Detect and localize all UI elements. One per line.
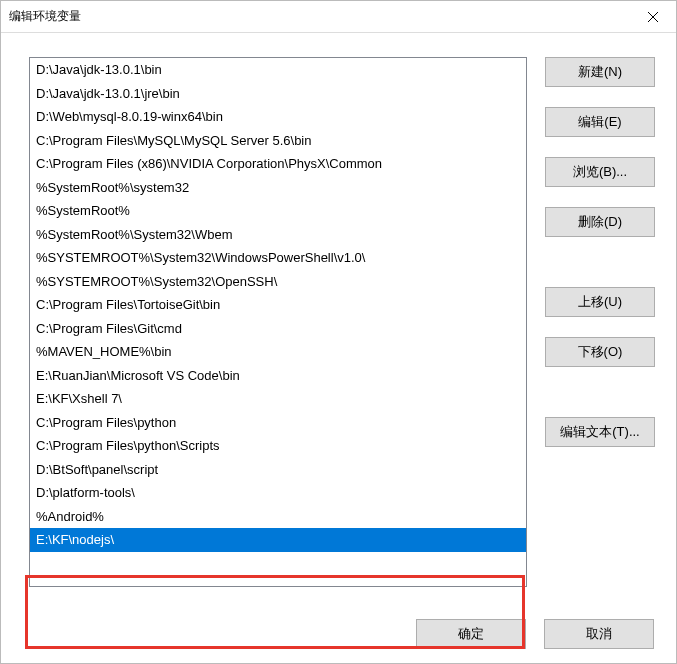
list-item[interactable]: C:\Program Files\MySQL\MySQL Server 5.6\… (30, 129, 526, 153)
move-up-button[interactable]: 上移(U) (545, 287, 655, 317)
edit-text-button[interactable]: 编辑文本(T)... (545, 417, 655, 447)
list-item[interactable]: %MAVEN_HOME%\bin (30, 340, 526, 364)
ok-button[interactable]: 确定 (416, 619, 526, 649)
list-item[interactable]: %SYSTEMROOT%\System32\OpenSSH\ (30, 270, 526, 294)
new-button[interactable]: 新建(N) (545, 57, 655, 87)
cancel-button[interactable]: 取消 (544, 619, 654, 649)
path-listbox[interactable]: D:\Java\jdk-13.0.1\binD:\Java\jdk-13.0.1… (29, 57, 527, 587)
titlebar: 编辑环境变量 (1, 1, 676, 33)
env-variable-dialog: 编辑环境变量 D:\Java\jdk-13.0.1\binD:\Java\jdk… (0, 0, 677, 664)
move-down-button[interactable]: 下移(O) (545, 337, 655, 367)
browse-button[interactable]: 浏览(B)... (545, 157, 655, 187)
footer: 确定 取消 (1, 605, 676, 663)
list-item[interactable]: %SystemRoot%\System32\Wbem (30, 223, 526, 247)
list-item[interactable]: D:\BtSoft\panel\script (30, 458, 526, 482)
list-item[interactable]: %Android% (30, 505, 526, 529)
list-item[interactable]: C:\Program Files\TortoiseGit\bin (30, 293, 526, 317)
list-item[interactable]: D:\platform-tools\ (30, 481, 526, 505)
list-item[interactable]: C:\Program Files\python\Scripts (30, 434, 526, 458)
list-area: D:\Java\jdk-13.0.1\binD:\Java\jdk-13.0.1… (29, 57, 527, 597)
list-item[interactable]: D:\Java\jdk-13.0.1\jre\bin (30, 82, 526, 106)
list-item[interactable]: E:\KF\nodejs\ (30, 528, 526, 552)
list-item[interactable]: %SystemRoot%\system32 (30, 176, 526, 200)
content-area: D:\Java\jdk-13.0.1\binD:\Java\jdk-13.0.1… (1, 33, 676, 605)
list-item[interactable]: E:\RuanJian\Microsoft VS Code\bin (30, 364, 526, 388)
list-item[interactable]: C:\Program Files\python (30, 411, 526, 435)
close-button[interactable] (630, 1, 676, 33)
list-item[interactable]: D:\Java\jdk-13.0.1\bin (30, 58, 526, 82)
close-icon (648, 12, 658, 22)
list-item[interactable]: D:\Web\mysql-8.0.19-winx64\bin (30, 105, 526, 129)
list-item[interactable]: %SYSTEMROOT%\System32\WindowsPowerShell\… (30, 246, 526, 270)
delete-button[interactable]: 删除(D) (545, 207, 655, 237)
list-item[interactable]: %SystemRoot% (30, 199, 526, 223)
dialog-title: 编辑环境变量 (9, 8, 81, 25)
list-item[interactable]: E:\KF\Xshell 7\ (30, 387, 526, 411)
edit-button[interactable]: 编辑(E) (545, 107, 655, 137)
list-item[interactable]: C:\Program Files\Git\cmd (30, 317, 526, 341)
side-buttons: 新建(N) 编辑(E) 浏览(B)... 删除(D) 上移(U) 下移(O) 编… (545, 57, 655, 597)
list-item[interactable]: C:\Program Files (x86)\NVIDIA Corporatio… (30, 152, 526, 176)
